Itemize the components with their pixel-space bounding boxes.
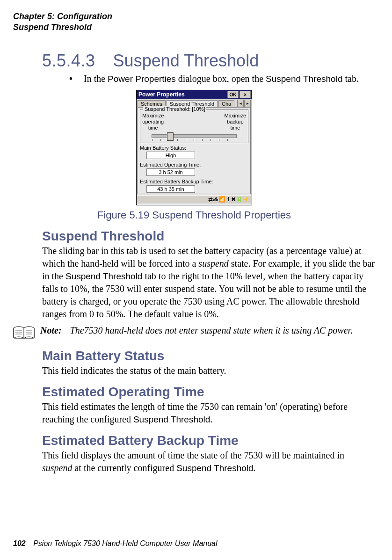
threshold-slider[interactable] xyxy=(152,134,237,138)
slider-label-left: Maximize operating time xyxy=(142,113,164,131)
note-text: The7530 hand-held does not enter suspend… xyxy=(70,325,353,335)
paragraph-main-battery-status: This field indicates the status of the m… xyxy=(42,364,375,377)
estimated-operating-time-label: Estimated Operating Time: xyxy=(140,162,248,167)
page-number: 102 xyxy=(13,539,26,547)
estimated-operating-time-value: 3 h 52 min xyxy=(146,168,195,176)
ebbt-text-e: . xyxy=(254,463,256,473)
slider-thumb-icon[interactable] xyxy=(167,132,174,141)
close-button[interactable]: × xyxy=(240,91,251,98)
ebbt-italic-suspend: suspend xyxy=(42,463,72,473)
ok-button[interactable]: OK xyxy=(227,91,239,98)
bullet-text-b: dialogue box, open the xyxy=(176,73,266,84)
main-battery-status-value: High xyxy=(146,152,195,159)
section-title: Suspend Threshold xyxy=(113,51,259,70)
eot-text-c: . xyxy=(210,414,212,424)
suspend-threshold-group: Suspend Threshold: [10%] Maximize operat… xyxy=(140,109,248,143)
slider-left-l3: time xyxy=(142,125,164,131)
bullet-text-a: In the xyxy=(84,73,108,84)
note-lead: Note: xyxy=(40,325,62,335)
eot-ui-term: Suspend Threshold xyxy=(133,415,210,424)
figure-caption: Figure 5.19 Suspend Threshold Properties xyxy=(13,209,375,221)
main-battery-status-label: Main Battery Status: xyxy=(140,145,248,151)
subhead-main-battery-status: Main Battery Status xyxy=(42,349,375,364)
ebbt-text-a: This field displays the amount of time t… xyxy=(42,450,344,460)
section-number: 5.5.4.3 xyxy=(42,51,95,70)
paragraph-suspend-threshold: The sliding bar in this tab is used to s… xyxy=(42,245,375,320)
page-header: Chapter 5: Configuration Suspend Thresho… xyxy=(13,11,375,32)
instruction-bullet: • In the Power Properties dialogue box, … xyxy=(69,73,375,85)
book-icon xyxy=(13,325,35,341)
subhead-estimated-operating-time: Estimated Operating Time xyxy=(42,385,375,400)
tray-icons: ⇄🖧📶 ℹ ✖🔋⚡ xyxy=(208,196,250,203)
note-block: Note:The7530 hand-held does not enter su… xyxy=(13,324,375,341)
ui-term-power-properties: Power Properties xyxy=(108,74,176,84)
paragraph-estimated-operating-time: This field estimates the length of time … xyxy=(42,400,375,426)
slider-ticks xyxy=(152,139,236,141)
subhead-suspend-threshold: Suspend Threshold xyxy=(42,229,375,244)
st-italic-suspend: suspend xyxy=(198,258,228,269)
dialog-body: Suspend Threshold: [10%] Maximize operat… xyxy=(138,107,251,194)
slider-left-l2: operating xyxy=(142,119,164,125)
subhead-estimated-battery-backup-time: Estimated Battery Backup Time xyxy=(42,433,375,448)
ebbt-text-c: at the currently configured xyxy=(72,463,176,473)
book-title: Psion Teklogix 7530 Hand-Held Computer U… xyxy=(33,539,217,547)
tab-scroll-left-icon[interactable]: ◂ xyxy=(237,100,244,107)
dialog-title: Power Properties xyxy=(138,91,226,98)
slider-right-l2: backup xyxy=(225,119,246,125)
tab-cha-truncated[interactable]: Cha xyxy=(218,100,234,107)
ebbt-ui-term: Suspend Threshold xyxy=(176,463,253,473)
section-heading: 5.5.4.3 Suspend Threshold xyxy=(42,51,375,71)
st-ui-term: Suspend Threshold xyxy=(65,271,142,281)
header-section: Suspend Threshold xyxy=(13,22,375,33)
bullet-marker: • xyxy=(69,73,73,85)
paragraph-estimated-battery-backup-time: This field displays the amount of time t… xyxy=(42,449,375,474)
tab-scroll-right-icon[interactable]: ▸ xyxy=(244,100,251,107)
power-properties-dialog: Power Properties OK × Schemes Suspend Th… xyxy=(136,90,252,205)
bullet-text-c: tab. xyxy=(342,73,358,84)
slider-left-l1: Maximize xyxy=(142,113,164,119)
header-chapter: Chapter 5: Configuration xyxy=(13,11,375,22)
slider-right-l3: time xyxy=(225,125,246,131)
ui-term-suspend-threshold: Suspend Threshold xyxy=(266,74,342,84)
page-footer: 102 Psion Teklogix 7530 Hand-Held Comput… xyxy=(13,539,218,548)
estimated-backup-time-label: Estimated Battery Backup Time: xyxy=(140,179,248,184)
group-legend: Suspend Threshold: [10%] xyxy=(143,106,206,112)
dialog-titlebar: Power Properties OK × xyxy=(137,90,252,99)
estimated-backup-time-value: 43 h 35 min xyxy=(146,185,195,193)
slider-label-right: Maximize backup time xyxy=(225,113,246,131)
system-tray: ⇄🖧📶 ℹ ✖🔋⚡ xyxy=(138,195,251,203)
slider-right-l1: Maximize xyxy=(225,113,246,119)
